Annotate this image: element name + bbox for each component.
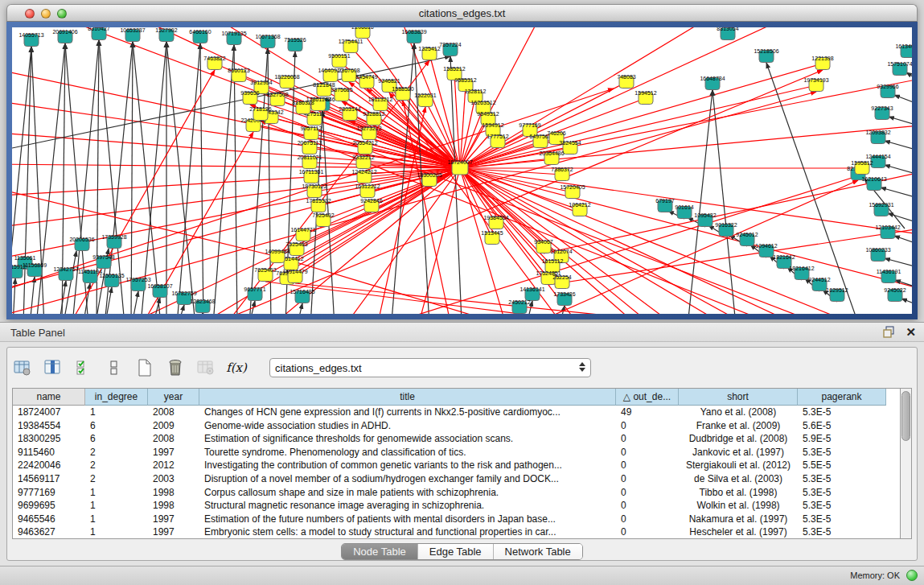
column-header-out_degree[interactable]: △ out_de...: [616, 389, 679, 406]
graph-edge[interactable]: [334, 175, 862, 314]
cell-year[interactable]: 1998: [148, 499, 199, 513]
graph-edge[interactable]: [460, 64, 823, 168]
graph-edge[interactable]: [265, 282, 736, 314]
cell-short[interactable]: Jankovic et al. (1997): [679, 446, 798, 459]
float-window-icon[interactable]: [882, 326, 896, 339]
cell-name[interactable]: 9777169: [13, 486, 85, 500]
cell-out_degree[interactable]: 0: [616, 446, 679, 459]
column-header-name[interactable]: name: [13, 389, 85, 406]
graph-edge[interactable]: [253, 168, 460, 314]
cell-year[interactable]: 2008: [148, 432, 199, 446]
cell-title[interactable]: Embryonic stem cells: a model to study s…: [199, 525, 616, 539]
cell-out_degree[interactable]: 0: [616, 419, 679, 433]
cell-short[interactable]: Dudbridge et al. (2008): [679, 432, 798, 446]
cell-short[interactable]: Wolkin et al. (1998): [679, 499, 798, 513]
network-canvas[interactable]: 1405571320691406831042710653287152790264…: [12, 27, 912, 314]
cell-title[interactable]: Genome-wide association studies in ADHD.: [199, 419, 616, 433]
cell-year[interactable]: 2009: [148, 419, 199, 433]
cell-name[interactable]: 9699695: [13, 499, 85, 513]
cell-year[interactable]: 1997: [148, 446, 199, 459]
table-row[interactable]: 1456911722003Disruption of a novel membe…: [13, 472, 907, 486]
graph-edge[interactable]: [200, 43, 203, 314]
select-rows-icon[interactable]: [73, 357, 94, 378]
column-header-in_degree[interactable]: in_degree: [85, 389, 148, 406]
table-row[interactable]: 969969511998Structural magnetic resonanc…: [13, 499, 907, 513]
cell-year[interactable]: 1997: [148, 513, 199, 526]
table-row[interactable]: 1830029562008Estimation of significance …: [13, 432, 907, 446]
cell-out_degree[interactable]: 0: [616, 525, 679, 539]
graph-edge[interactable]: [460, 27, 800, 168]
cell-name[interactable]: 19384554: [13, 419, 85, 433]
column-header-year[interactable]: year: [148, 389, 199, 406]
cell-in_degree[interactable]: 2: [85, 472, 148, 486]
cell-out_degree[interactable]: 0: [616, 486, 679, 500]
cell-title[interactable]: Estimation of significance thresholds fo…: [199, 432, 616, 446]
cell-title[interactable]: Changes of HCN gene expression and I(f) …: [199, 406, 616, 419]
cell-in_degree[interactable]: 2: [85, 446, 148, 459]
cell-out_degree[interactable]: 0: [616, 432, 679, 446]
cell-out_degree[interactable]: 0: [616, 459, 679, 472]
graph-edge[interactable]: [889, 117, 912, 127]
cell-year[interactable]: 1998: [148, 486, 199, 500]
cell-pagerank[interactable]: 5.9E-5: [798, 432, 886, 446]
tab-network-table[interactable]: Network Table: [494, 544, 582, 559]
citation-network-graph[interactable]: 1405571320691406831042710653287152790264…: [12, 27, 912, 314]
graph-edge[interactable]: [295, 283, 856, 314]
graph-edge[interactable]: [129, 291, 138, 314]
graph-edge[interactable]: [12, 278, 15, 314]
function-builder-icon[interactable]: f(x): [226, 357, 247, 378]
table-row[interactable]: 2242004622012Investigating the contribut…: [13, 459, 907, 472]
cell-pagerank[interactable]: 5.6E-5: [798, 419, 886, 433]
cell-pagerank[interactable]: 5.3E-5: [798, 406, 886, 419]
cell-name[interactable]: 9463627: [13, 525, 85, 539]
cell-title[interactable]: Disruption of a novel member of a sodium…: [199, 472, 616, 486]
cell-title[interactable]: Estimation of the future numbers of pati…: [199, 513, 616, 526]
graph-edge[interactable]: [12, 164, 460, 168]
cell-year[interactable]: 2008: [148, 406, 199, 419]
tab-edge-table[interactable]: Edge Table: [418, 544, 494, 559]
table-row[interactable]: 1872400712008Changes of HCN gene express…: [13, 406, 907, 419]
cell-title[interactable]: Investigating the contribution of common…: [199, 459, 616, 472]
cell-in_degree[interactable]: 1: [85, 406, 148, 419]
cell-name[interactable]: 18724007: [13, 406, 85, 419]
cell-pagerank[interactable]: 5.3E-5: [798, 513, 886, 526]
cell-year[interactable]: 1997: [148, 525, 199, 539]
table-row[interactable]: 946554611997Estimation of the future num…: [13, 513, 907, 526]
network-table-select[interactable]: citations_edges.txt: [269, 358, 591, 377]
cell-pagerank[interactable]: 5.3E-5: [798, 446, 886, 459]
column-header-title[interactable]: title: [199, 389, 616, 406]
table-row[interactable]: 946362711997Embryonic stem cells: a mode…: [13, 525, 907, 539]
table-row[interactable]: 977716911998Corpus callosum shape and si…: [13, 486, 907, 500]
cell-name[interactable]: 18300295: [13, 432, 85, 446]
cell-out_degree[interactable]: 0: [616, 513, 679, 526]
graph-edge[interactable]: [881, 187, 912, 200]
cell-in_degree[interactable]: 6: [85, 432, 148, 446]
cell-year[interactable]: 2012: [148, 459, 199, 472]
cell-name[interactable]: 14569117: [13, 472, 85, 486]
cell-pagerank[interactable]: 5.3E-5: [798, 499, 886, 513]
graph-edge[interactable]: [901, 299, 912, 307]
cell-in_degree[interactable]: 1: [85, 513, 148, 526]
cell-in_degree[interactable]: 2: [85, 459, 148, 472]
graph-edge[interactable]: [894, 95, 912, 106]
node-table[interactable]: namein_degreeyeartitle△ out_de...shortpa…: [12, 388, 908, 539]
graph-edge[interactable]: [131, 42, 133, 314]
cell-short[interactable]: Nakamura et al. (1997): [679, 513, 798, 526]
close-panel-icon[interactable]: ✕: [906, 326, 916, 339]
cell-short[interactable]: Stergiakouli et al. (2012): [679, 459, 798, 472]
cell-out_degree[interactable]: 49: [616, 406, 679, 419]
cell-short[interactable]: Yano et al. (2008): [679, 406, 798, 419]
column-header-short[interactable]: short: [679, 389, 798, 406]
graph-edge[interactable]: [450, 56, 462, 314]
graph-edge[interactable]: [56, 281, 66, 314]
cell-short[interactable]: de Silva et al. (2003): [679, 472, 798, 486]
delete-column-icon[interactable]: [165, 357, 186, 378]
graph-edge[interactable]: [894, 236, 912, 246]
scrollbar-thumb[interactable]: [901, 391, 910, 441]
tab-node-table[interactable]: Node Table: [342, 544, 418, 559]
cell-title[interactable]: Corpus callosum shape and size in male p…: [199, 486, 616, 500]
cell-name[interactable]: 22420046: [13, 459, 85, 472]
graph-edge[interactable]: [460, 168, 832, 314]
graph-edge[interactable]: [460, 168, 492, 238]
graph-edge[interactable]: [713, 90, 737, 314]
